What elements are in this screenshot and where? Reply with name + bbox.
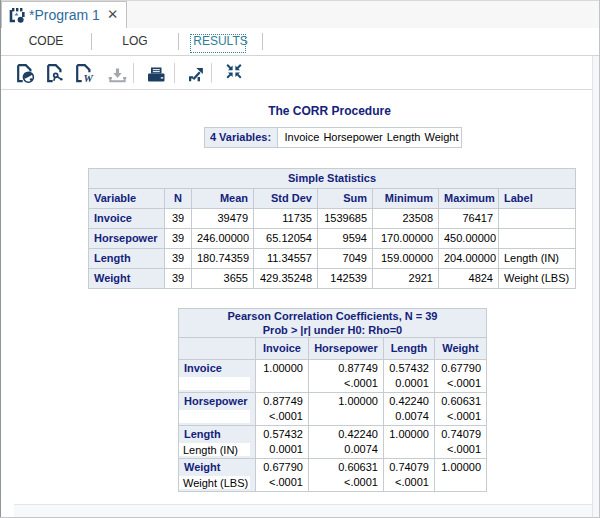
svg-text:W: W bbox=[84, 73, 94, 84]
